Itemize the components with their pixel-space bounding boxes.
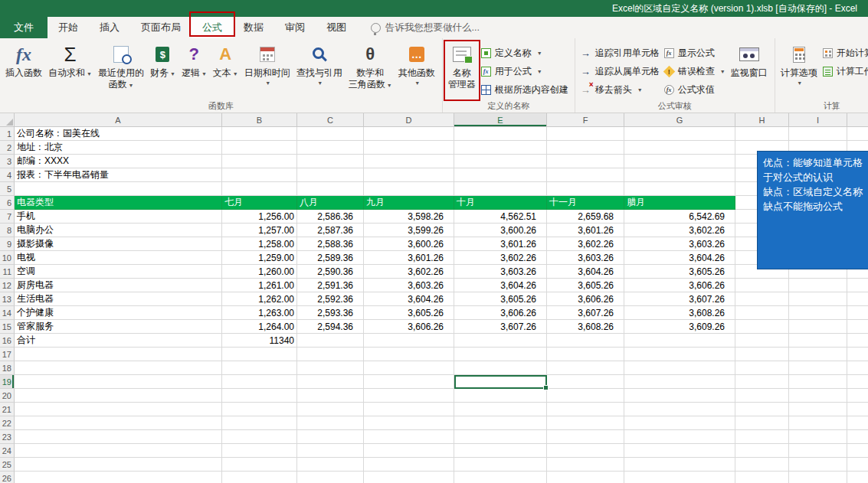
- cell-A6[interactable]: 电器类型: [15, 196, 222, 210]
- define-name-button[interactable]: 定义名称▼: [481, 46, 568, 60]
- cell-A15[interactable]: 管家服务: [15, 320, 222, 334]
- column-header-J[interactable]: J: [847, 113, 868, 127]
- cell-J12[interactable]: [847, 279, 868, 292]
- cell-D14[interactable]: 3,605.26: [364, 306, 454, 320]
- row-header-14[interactable]: 14: [0, 306, 15, 320]
- text-button[interactable]: A文本▼: [210, 40, 241, 100]
- cell-E8[interactable]: 3,600.26: [454, 224, 547, 237]
- cell-G1[interactable]: [624, 127, 735, 141]
- cell-I18[interactable]: [789, 361, 847, 375]
- cell-I26[interactable]: [789, 472, 847, 483]
- column-header-F[interactable]: F: [547, 113, 624, 127]
- row-header-23[interactable]: 23: [0, 430, 15, 444]
- cell-C19[interactable]: [297, 375, 364, 389]
- cell-I21[interactable]: [789, 403, 847, 416]
- math-trig-button[interactable]: θ数学和三角函数▼: [346, 40, 395, 100]
- cell-E2[interactable]: [454, 141, 547, 155]
- cell-A12[interactable]: 厨房电器: [15, 279, 222, 292]
- cell-A26[interactable]: [15, 472, 222, 483]
- cell-D13[interactable]: 3,604.26: [364, 292, 454, 306]
- evaluate-formula-button[interactable]: fx公式求值: [664, 83, 726, 97]
- cell-A1[interactable]: 公司名称：国美在线: [15, 127, 222, 141]
- cell-F11[interactable]: 3,604.26: [547, 265, 624, 279]
- cell-D1[interactable]: [364, 127, 454, 141]
- cell-H20[interactable]: [735, 389, 789, 403]
- cell-H24[interactable]: [735, 444, 789, 458]
- cell-F6[interactable]: 十一月: [547, 196, 624, 210]
- trace-precedents-button[interactable]: →追踪引用单元格: [580, 46, 660, 60]
- cell-E18[interactable]: [454, 361, 547, 375]
- cell-I13[interactable]: [789, 292, 847, 306]
- column-header-A[interactable]: A: [15, 113, 222, 127]
- cell-E3[interactable]: [454, 155, 547, 168]
- cell-B17[interactable]: [222, 348, 297, 361]
- cell-G20[interactable]: [624, 389, 735, 403]
- cell-A20[interactable]: [15, 389, 222, 403]
- cell-C26[interactable]: [297, 472, 364, 483]
- row-header-20[interactable]: 20: [0, 389, 15, 403]
- cell-E12[interactable]: 3,604.26: [454, 279, 547, 292]
- insert-function-button[interactable]: fx插入函数: [2, 40, 45, 100]
- row-header-5[interactable]: 5: [0, 182, 15, 196]
- cell-H1[interactable]: [735, 127, 789, 141]
- cell-J16[interactable]: [847, 334, 868, 348]
- more-functions-button[interactable]: …其他函数▼: [395, 40, 438, 100]
- cell-G22[interactable]: [624, 416, 735, 430]
- tab-公式[interactable]: 公式: [192, 17, 233, 38]
- cell-C16[interactable]: [297, 334, 364, 348]
- cell-D22[interactable]: [364, 416, 454, 430]
- cell-B18[interactable]: [222, 361, 297, 375]
- cell-B12[interactable]: 1,261.00: [222, 279, 297, 292]
- calculation-options-button[interactable]: 计算选项▼: [778, 40, 821, 100]
- cell-E10[interactable]: 3,602.26: [454, 251, 547, 265]
- cell-D11[interactable]: 3,602.26: [364, 265, 454, 279]
- cell-A9[interactable]: 摄影摄像: [15, 237, 222, 251]
- cell-E4[interactable]: [454, 168, 547, 182]
- cell-E25[interactable]: [454, 458, 547, 472]
- cell-C3[interactable]: [297, 155, 364, 168]
- cell-H21[interactable]: [735, 403, 789, 416]
- cell-A21[interactable]: [15, 403, 222, 416]
- cell-H13[interactable]: [735, 292, 789, 306]
- cell-D20[interactable]: [364, 389, 454, 403]
- cell-J15[interactable]: [847, 320, 868, 334]
- cell-F25[interactable]: [547, 458, 624, 472]
- cell-D17[interactable]: [364, 348, 454, 361]
- cell-F17[interactable]: [547, 348, 624, 361]
- cell-D8[interactable]: 3,599.26: [364, 224, 454, 237]
- cell-A4[interactable]: 报表：下半年电器销量: [15, 168, 222, 182]
- cell-H15[interactable]: [735, 320, 789, 334]
- recently-used-button[interactable]: 最近使用的函数▼: [95, 40, 147, 100]
- cell-A16[interactable]: 合计: [15, 334, 222, 348]
- cell-E15[interactable]: 3,607.26: [454, 320, 547, 334]
- cell-B20[interactable]: [222, 389, 297, 403]
- cell-G6[interactable]: 腊月: [624, 196, 735, 210]
- cell-G9[interactable]: 3,603.26: [624, 237, 735, 251]
- name-manager-button[interactable]: 名称管理器: [445, 40, 479, 100]
- row-header-4[interactable]: 4: [0, 168, 15, 182]
- trace-dependents-button[interactable]: →追踪从属单元格: [580, 64, 660, 79]
- remove-arrows-button[interactable]: →移去箭头▼: [580, 83, 660, 97]
- cell-B21[interactable]: [222, 403, 297, 416]
- row-header-18[interactable]: 18: [0, 361, 15, 375]
- financial-button[interactable]: $财务▼: [147, 40, 179, 100]
- cell-D10[interactable]: 3,601.26: [364, 251, 454, 265]
- cell-G24[interactable]: [624, 444, 735, 458]
- cell-I12[interactable]: [789, 279, 847, 292]
- cell-F10[interactable]: 3,603.26: [547, 251, 624, 265]
- date-time-button[interactable]: 日期和时间▼: [241, 40, 293, 100]
- cell-J14[interactable]: [847, 306, 868, 320]
- cell-D25[interactable]: [364, 458, 454, 472]
- tab-file[interactable]: 文件: [0, 17, 47, 38]
- cell-E11[interactable]: 3,603.26: [454, 265, 547, 279]
- row-header-1[interactable]: 1: [0, 127, 15, 141]
- cell-B22[interactable]: [222, 416, 297, 430]
- show-formulas-button[interactable]: fx显示公式: [664, 46, 726, 60]
- cell-J25[interactable]: [847, 458, 868, 472]
- cell-B25[interactable]: [222, 458, 297, 472]
- row-header-2[interactable]: 2: [0, 141, 15, 155]
- cell-E5[interactable]: [454, 182, 547, 196]
- row-header-9[interactable]: 9: [0, 237, 15, 251]
- cell-H18[interactable]: [735, 361, 789, 375]
- cell-B19[interactable]: [222, 375, 297, 389]
